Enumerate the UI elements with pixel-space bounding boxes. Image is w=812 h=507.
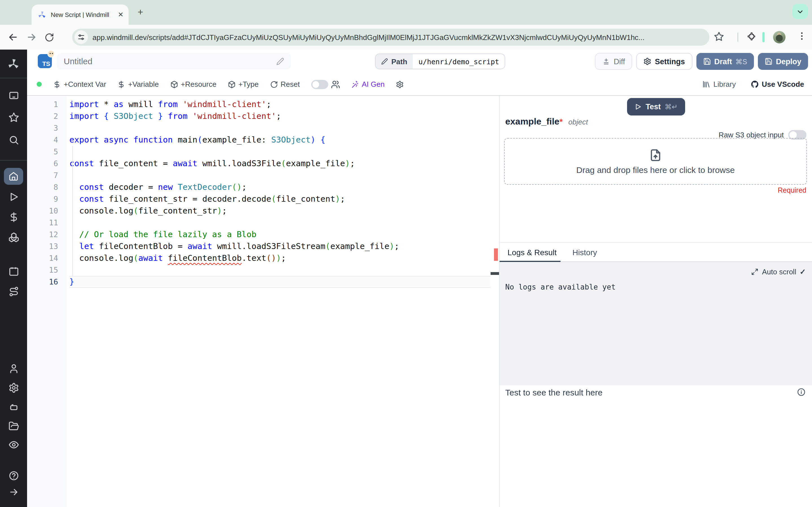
multiplayer-toggle[interactable] <box>311 80 340 89</box>
deploy-button[interactable]: Deploy <box>758 53 808 70</box>
script-title-input[interactable]: Untitled <box>57 53 291 69</box>
line-number: 8 <box>27 181 58 193</box>
argument-name: example_file <box>505 117 559 127</box>
file-dropzone[interactable]: Drag and drop files here or click to bro… <box>504 138 807 185</box>
add-variable-button[interactable]: +Variable <box>117 80 159 89</box>
tab-close-icon[interactable]: ✕ <box>118 11 123 18</box>
line-number: 7 <box>27 170 58 181</box>
settings-button[interactable]: Settings <box>637 53 693 70</box>
windmill-logo[interactable] <box>0 56 27 72</box>
ai-gen-button[interactable]: AI Gen <box>351 80 385 89</box>
code-line[interactable]: const decoder = new TextDecoder(); <box>69 181 491 193</box>
diff-button[interactable]: Diff <box>595 53 632 70</box>
path-label-segment: Path <box>375 54 413 69</box>
sidebar-item-folders[interactable] <box>0 418 27 434</box>
sidebar-item-apps[interactable] <box>0 87 27 103</box>
reset-icon <box>270 80 278 88</box>
sidebar-item-favorites[interactable] <box>0 109 27 125</box>
line-number: 1 <box>27 99 58 110</box>
line-number: 10 <box>27 205 58 217</box>
sidebar-item-runs[interactable] <box>0 189 27 205</box>
code-line[interactable]: } <box>69 276 491 288</box>
toolbar-divider <box>738 33 738 42</box>
forward-icon[interactable] <box>26 32 37 43</box>
info-icon[interactable] <box>797 388 806 397</box>
reload-icon[interactable] <box>45 33 54 42</box>
code-line[interactable]: import * as wmill from 'windmill-client'… <box>69 99 491 110</box>
back-icon[interactable] <box>7 32 18 43</box>
sidebar-item-help[interactable] <box>0 467 27 483</box>
new-tab-button[interactable]: + <box>135 7 146 17</box>
sidebar-item-home[interactable] <box>4 168 23 185</box>
sidebar-item-flows[interactable] <box>0 283 27 299</box>
tab-logs-result[interactable]: Logs & Result <box>500 247 564 257</box>
wand-icon <box>351 80 359 88</box>
code-line[interactable]: let fileContentBlob = await wmill.loadS3… <box>69 240 491 252</box>
use-vscode-button[interactable]: Use VScode <box>751 80 804 89</box>
overview-ruler[interactable] <box>491 96 499 507</box>
address-bar[interactable]: app.windmill.dev/scripts/add#JTdCJTIyaGF… <box>72 29 709 46</box>
add-context-var-button[interactable]: +Context Var <box>53 80 106 89</box>
tab-history[interactable]: History <box>564 247 605 257</box>
editor-code[interactable]: import * as wmill from 'windmill-client'… <box>66 96 491 507</box>
code-line[interactable]: const file_content = await wmill.loadS3F… <box>69 158 491 170</box>
code-line[interactable]: console.log(await fileContentBlob.text()… <box>69 252 491 264</box>
expand-icon[interactable] <box>751 268 759 276</box>
line-number: 3 <box>27 122 58 134</box>
add-type-button[interactable]: +Type <box>228 80 259 89</box>
code-line[interactable] <box>69 217 491 229</box>
draft-button[interactable]: Draft ⌘S <box>696 53 754 70</box>
autoscroll-label: Auto scroll <box>762 268 796 276</box>
line-number: 15 <box>27 264 58 276</box>
diff-icon <box>603 57 610 65</box>
line-number: 16 <box>27 276 58 288</box>
sidebar-item-workers[interactable] <box>0 399 27 414</box>
tab-title: New Script | Windmill <box>51 11 113 18</box>
code-line[interactable] <box>69 264 491 276</box>
edit-title-icon[interactable] <box>276 57 284 65</box>
code-line[interactable]: console.log(file_content_str); <box>69 205 491 217</box>
code-line[interactable] <box>69 146 491 158</box>
line-number: 9 <box>27 193 58 205</box>
browser-tabstrip: New Script | Windmill ✕ + <box>0 0 812 25</box>
path-button[interactable]: Path u/henri/demo_script <box>375 54 505 69</box>
profile-avatar[interactable] <box>773 31 785 43</box>
no-logs-message: No logs are available yet <box>505 283 615 291</box>
result-placeholder: Test to see the result here <box>505 388 603 397</box>
bookmark-star-icon[interactable] <box>714 32 724 42</box>
sidebar-item-resources[interactable] <box>0 229 27 245</box>
code-line[interactable]: // Or load the file lazily as a Blob <box>69 229 491 240</box>
editor-gutter: 12345678910111213141516 <box>27 96 66 507</box>
site-info-icon[interactable] <box>74 31 88 44</box>
sidebar-item-search[interactable] <box>0 132 27 148</box>
workspace-emoji-badge <box>47 50 55 57</box>
play-icon <box>635 103 642 110</box>
library-icon <box>702 80 711 89</box>
tab-search-button[interactable] <box>792 4 808 19</box>
code-line[interactable]: const file_content_str = decoder.decode(… <box>69 193 491 205</box>
editor-settings-button[interactable] <box>396 80 404 88</box>
toggle-off[interactable] <box>311 80 328 89</box>
check-icon[interactable]: ✓ <box>800 268 806 276</box>
test-button[interactable]: Test ⌘↵ <box>627 98 685 115</box>
sidebar-item-settings[interactable] <box>0 380 27 395</box>
browser-tab[interactable]: New Script | Windmill ✕ <box>32 4 129 25</box>
add-resource-button[interactable]: +Resource <box>170 80 216 89</box>
sidebar-item-user[interactable] <box>0 360 27 376</box>
code-line[interactable] <box>69 122 491 134</box>
code-line[interactable] <box>69 170 491 181</box>
settings-label: Settings <box>655 57 685 66</box>
code-line[interactable]: import { S3Object } from 'windmill-clien… <box>69 110 491 122</box>
library-button[interactable]: Library <box>702 80 736 89</box>
code-line[interactable]: export async function main(example_file:… <box>69 134 491 146</box>
autoscroll-control[interactable]: Auto scroll ✓ <box>751 268 806 276</box>
extensions-icon[interactable] <box>746 32 756 42</box>
sidebar-item-variables[interactable] <box>0 209 27 225</box>
browser-menu-icon[interactable] <box>797 31 807 41</box>
sidebar-item-audit[interactable] <box>0 437 27 452</box>
line-number: 6 <box>27 158 58 170</box>
sidebar-item-schedules[interactable] <box>0 263 27 279</box>
code-editor[interactable]: 12345678910111213141516 import * as wmil… <box>27 96 499 507</box>
reset-button[interactable]: Reset <box>270 80 300 89</box>
sidebar-expand-button[interactable] <box>0 484 27 500</box>
